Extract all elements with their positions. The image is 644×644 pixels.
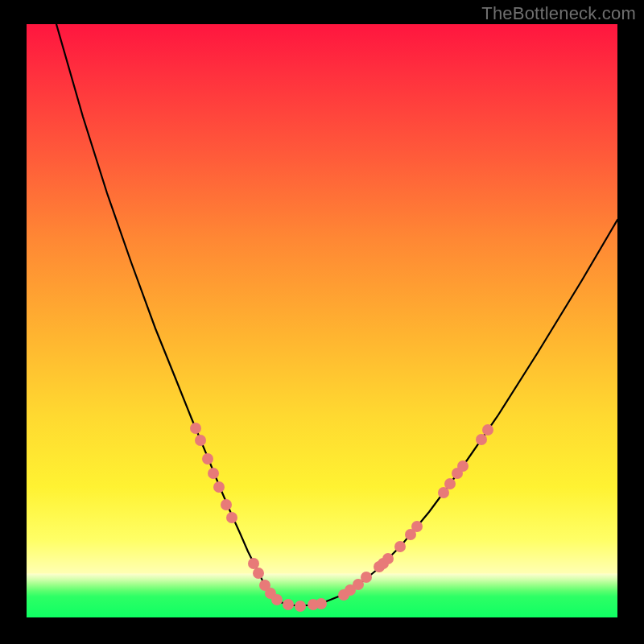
marker-dot <box>295 601 306 612</box>
marker-dot <box>248 558 259 569</box>
marker-dot <box>202 453 213 464</box>
marker-dot <box>411 521 423 532</box>
chart-frame: TheBottleneck.com <box>0 0 644 644</box>
marker-dot <box>316 598 327 609</box>
marker-dot <box>283 599 294 610</box>
marker-dot <box>271 594 283 605</box>
bottleneck-curve <box>56 24 617 605</box>
marker-dot <box>457 460 469 472</box>
marker-dot <box>394 541 406 552</box>
marker-dot <box>382 553 394 564</box>
marker-dot <box>213 481 225 493</box>
marker-dot <box>361 572 372 583</box>
marker-dot <box>190 423 201 434</box>
watermark-text: TheBottleneck.com <box>481 3 636 24</box>
marker-group <box>190 423 493 612</box>
marker-dot <box>444 478 456 489</box>
marker-dot <box>476 434 487 445</box>
marker-dot <box>482 424 493 436</box>
marker-dot <box>195 435 206 446</box>
marker-dot <box>253 568 264 579</box>
marker-dot <box>226 512 237 523</box>
marker-dot <box>208 468 219 479</box>
plot-area <box>27 24 617 617</box>
curve-svg <box>27 24 617 617</box>
marker-dot <box>221 499 232 510</box>
